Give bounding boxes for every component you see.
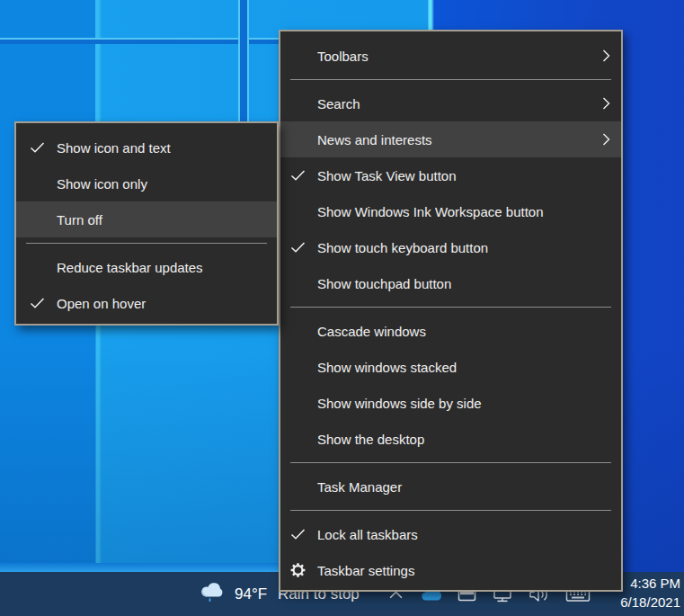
menu-item-label: Lock all taskbars	[317, 527, 418, 542]
menu-item-label: Toolbars	[317, 49, 369, 64]
submenu-item-reduce-taskbar-updates[interactable]: Reduce taskbar updates	[16, 249, 277, 285]
rain-cloud-icon	[200, 580, 227, 608]
taskbar-context-menu: Toolbars Search News and interests Show …	[279, 30, 623, 592]
menu-item-label: Show the desktop	[317, 432, 424, 447]
menu-separator	[26, 243, 267, 244]
submenu-item-show-icon-and-text[interactable]: Show icon and text	[16, 129, 277, 165]
menu-separator	[290, 307, 611, 308]
menu-item-label: Show touchpad button	[317, 276, 451, 291]
menu-item-show-windows-ink-workspace-button[interactable]: Show Windows Ink Workspace button	[280, 193, 621, 229]
menu-item-label: Show Windows Ink Workspace button	[317, 204, 544, 219]
weather-temperature: 94°F	[235, 585, 267, 603]
menu-item-show-touch-keyboard-button[interactable]: Show touch keyboard button	[280, 229, 621, 265]
submenu-item-open-on-hover[interactable]: Open on hover	[16, 285, 277, 321]
desktop: 94°F Rain to stop	[0, 0, 684, 616]
check-icon	[30, 142, 45, 154]
gear-icon	[290, 563, 306, 578]
menu-item-label: Show windows stacked	[317, 360, 457, 375]
menu-item-label: Show icon and text	[57, 140, 171, 156]
menu-item-show-the-desktop[interactable]: Show the desktop	[280, 421, 621, 457]
menu-item-label: Open on hover	[57, 296, 146, 311]
menu-item-label: Taskbar settings	[317, 563, 414, 578]
menu-item-label: Turn off	[57, 212, 102, 228]
clock[interactable]: 4:36 PM 6/18/2021	[620, 574, 680, 612]
menu-item-label: Cascade windows	[317, 324, 426, 339]
menu-item-label: Show touch keyboard button	[317, 240, 488, 255]
menu-item-search[interactable]: Search	[280, 85, 621, 121]
clock-date: 6/18/2021	[620, 593, 680, 612]
menu-item-toolbars[interactable]: Toolbars	[280, 38, 621, 74]
menu-item-label: Task Manager	[317, 479, 402, 495]
submenu-item-turn-off[interactable]: Turn off	[16, 201, 277, 237]
submenu-chevron-icon	[602, 49, 610, 63]
menu-item-show-touchpad-button[interactable]: Show touchpad button	[280, 265, 621, 301]
submenu-chevron-icon	[602, 133, 610, 147]
check-icon	[290, 170, 306, 182]
menu-separator	[290, 79, 611, 80]
wallpaper-bottom-edge	[0, 563, 280, 572]
menu-item-label: Show windows side by side	[317, 396, 482, 411]
wallpaper-window-bar	[238, 0, 249, 121]
menu-item-label: Show icon only	[57, 176, 147, 192]
menu-item-news-and-interests[interactable]: News and interests	[280, 121, 621, 157]
check-icon	[30, 298, 45, 309]
menu-item-show-task-view-button[interactable]: Show Task View button	[280, 157, 621, 193]
menu-separator	[290, 510, 611, 511]
menu-item-label: News and interests	[317, 132, 432, 147]
menu-item-lock-all-taskbars[interactable]: Lock all taskbars	[280, 516, 621, 552]
news-and-interests-submenu: Show icon and text Show icon only Turn o…	[14, 121, 279, 326]
submenu-item-show-icon-only[interactable]: Show icon only	[16, 165, 277, 201]
menu-item-label: Search	[317, 96, 360, 112]
menu-item-cascade-windows[interactable]: Cascade windows	[280, 313, 621, 349]
menu-item-taskbar-settings[interactable]: Taskbar settings	[280, 552, 621, 588]
menu-item-label: Reduce taskbar updates	[57, 260, 203, 275]
menu-separator	[290, 462, 611, 463]
menu-item-show-windows-side-by-side[interactable]: Show windows side by side	[280, 385, 621, 421]
clock-time: 4:36 PM	[620, 574, 680, 593]
menu-item-task-manager[interactable]: Task Manager	[280, 469, 621, 504]
menu-item-label: Show Task View button	[317, 168, 457, 183]
check-icon	[290, 529, 306, 540]
check-icon	[290, 242, 306, 254]
menu-item-show-windows-stacked[interactable]: Show windows stacked	[280, 349, 621, 385]
submenu-chevron-icon	[602, 97, 610, 111]
